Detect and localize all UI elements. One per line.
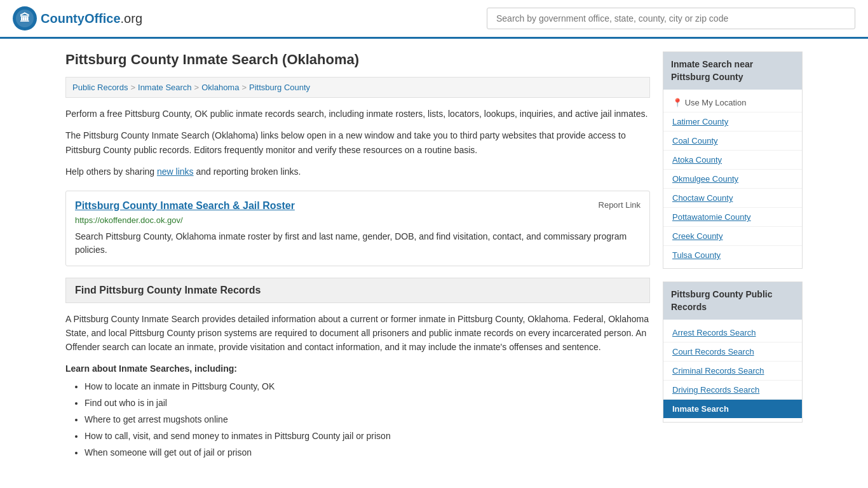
bullet-5: When someone will get out of jail or pri… <box>85 446 650 459</box>
breadcrumb-pittsburg-county[interactable]: Pittsburg County <box>249 83 310 92</box>
sidebar-link-court[interactable]: Court Records Search <box>663 342 802 362</box>
bullet-1: How to locate an inmate in Pittsburg Cou… <box>85 380 650 393</box>
sidebar-link-coal[interactable]: Coal County <box>663 132 802 151</box>
use-my-location-link[interactable]: Use My Location <box>663 93 802 112</box>
logo-icon: 🏛 <box>13 6 37 30</box>
sidebar-link-criminal[interactable]: Criminal Records Search <box>663 362 802 381</box>
sidebar-nearby-header: Inmate Search near Pittsburg County <box>663 52 802 90</box>
sidebar-link-arrest[interactable]: Arrest Records Search <box>663 323 802 342</box>
breadcrumb: Public Records > Inmate Search > Oklahom… <box>65 77 650 98</box>
desc3-suffix: and reporting broken links. <box>194 166 301 177</box>
search-input[interactable] <box>487 8 855 29</box>
bc-sep-1: > <box>130 83 135 92</box>
resource-card: Pittsburg County Inmate Search & Jail Ro… <box>65 191 650 266</box>
bullet-list: How to locate an inmate in Pittsburg Cou… <box>65 380 650 459</box>
header: 🏛 CountyOffice.org <box>0 0 868 39</box>
sidebar-link-okmulgee[interactable]: Okmulgee County <box>663 170 802 189</box>
sidebar-link-creek[interactable]: Creek County <box>663 227 802 246</box>
sidebar-public-records-header: Pittsburg County Public Records <box>663 282 802 320</box>
resource-card-header: Pittsburg County Inmate Search & Jail Ro… <box>75 200 641 212</box>
sidebar-link-tulsa[interactable]: Tulsa County <box>663 246 802 264</box>
resource-title[interactable]: Pittsburg County Inmate Search & Jail Ro… <box>75 200 295 212</box>
page-title: Pittsburg County Inmate Search (Oklahoma… <box>65 51 650 68</box>
logo-text: CountyOffice.org <box>41 11 142 26</box>
desc-para-2: The Pittsburg County Inmate Search (Okla… <box>65 128 650 157</box>
logo-area: 🏛 CountyOffice.org <box>13 6 142 30</box>
breadcrumb-public-records[interactable]: Public Records <box>72 83 128 92</box>
sidebar-nearby-content: Use My Location Latimer County Coal Coun… <box>663 90 802 268</box>
bullet-2: Find out who is in jail <box>85 396 650 410</box>
sidebar-link-pottawatomie[interactable]: Pottawatomie County <box>663 208 802 227</box>
sidebar-public-records-content: Arrest Records Search Court Records Sear… <box>663 320 802 422</box>
find-records-desc: A Pittsburg County Inmate Search provide… <box>65 312 650 355</box>
sidebar-link-latimer[interactable]: Latimer County <box>663 112 802 132</box>
bullet-3: Where to get arrest mugshots online <box>85 413 650 426</box>
sidebar-link-inmate[interactable]: Inmate Search <box>663 400 802 418</box>
breadcrumb-oklahoma[interactable]: Oklahoma <box>201 83 239 92</box>
content-area: Pittsburg County Inmate Search (Oklahoma… <box>65 51 650 468</box>
find-records-heading: Find Pittsburg County Inmate Records <box>65 278 650 303</box>
new-links-link[interactable]: new links <box>157 166 194 177</box>
bullet-4: How to call, visit, and send money to in… <box>85 430 650 443</box>
find-records-section: Find Pittsburg County Inmate Records A P… <box>65 278 650 459</box>
svg-text:🏛: 🏛 <box>20 12 30 24</box>
sidebar-link-atoka[interactable]: Atoka County <box>663 151 802 170</box>
main-container: Pittsburg County Inmate Search (Oklahoma… <box>53 39 815 481</box>
report-link-button[interactable]: Report Link <box>599 200 641 210</box>
resource-description: Search Pittsburg County, Oklahoma inmate… <box>75 230 641 257</box>
breadcrumb-inmate-search[interactable]: Inmate Search <box>138 83 192 92</box>
bc-sep-3: > <box>241 83 247 92</box>
desc-para-1: Perform a free Pittsburg County, OK publ… <box>65 107 650 121</box>
desc-para-3: Help others by sharing new links and rep… <box>65 165 650 179</box>
sidebar-nearby-section: Inmate Search near Pittsburg County Use … <box>663 51 803 269</box>
bc-sep-2: > <box>194 83 200 92</box>
sidebar-link-driving[interactable]: Driving Records Search <box>663 381 802 400</box>
desc3-prefix: Help others by sharing <box>65 166 157 177</box>
sidebar: Inmate Search near Pittsburg County Use … <box>663 51 803 468</box>
sidebar-public-records-section: Pittsburg County Public Records Arrest R… <box>663 281 803 423</box>
learn-title: Learn about Inmate Searches, including: <box>65 363 650 374</box>
sidebar-link-choctaw[interactable]: Choctaw County <box>663 189 802 208</box>
resource-url[interactable]: https://okoffender.doc.ok.gov/ <box>75 215 641 225</box>
